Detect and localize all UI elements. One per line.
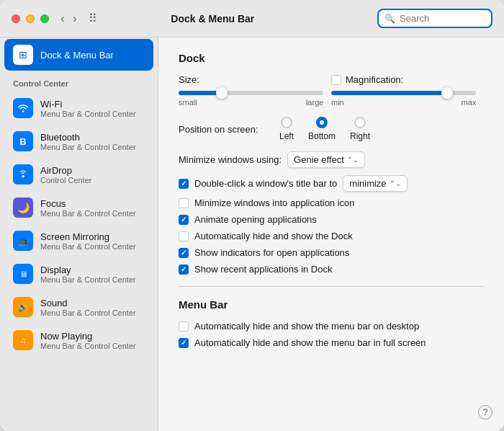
minimize-into-app-checkbox[interactable] [179, 198, 189, 208]
size-labels: small large [179, 98, 323, 107]
help-button[interactable]: ? [478, 405, 492, 419]
minimize-button[interactable] [26, 14, 35, 23]
airdrop-icon [13, 164, 33, 185]
wifi-icon [13, 98, 33, 118]
sidebar-item-focus-label: Focus [40, 198, 136, 209]
magnification-label: Magnification: [346, 74, 403, 85]
size-slider[interactable]: small large [179, 91, 323, 107]
auto-hide-desktop-checkbox[interactable] [179, 321, 189, 332]
sidebar-item-dock-menu-bar[interactable]: ⊞ Dock & Menu Bar [4, 39, 153, 71]
show-indicators-label: Show indicators for open applications [194, 247, 349, 258]
sidebar-item-bluetooth-subtitle: Menu Bar & Control Center [40, 143, 136, 151]
double-click-dropdown-value: minimize [349, 178, 386, 189]
sidebar-item-airdrop-subtitle: Control Center [40, 176, 92, 185]
main-content: Dock Size: small large [158, 37, 504, 431]
show-indicators-checkbox[interactable] [179, 248, 189, 258]
sidebar-item-sound-label: Sound [40, 298, 136, 308]
sidebar-item-airdrop[interactable]: AirDrop Control Center [4, 159, 153, 190]
position-bottom-radio[interactable] [316, 117, 328, 128]
auto-hide-fullscreen-checkbox[interactable] [179, 338, 189, 348]
sidebar-item-sound[interactable]: 🔊 Sound Menu Bar & Control Center [4, 291, 153, 323]
sidebar-item-now-playing-label: Now Playing [40, 331, 136, 342]
sidebar-item-airdrop-label: AirDrop [40, 165, 92, 176]
mag-section: Magnification: min max [331, 74, 484, 107]
sidebar-item-now-playing[interactable]: ♫ Now Playing Menu Bar & Control Center [4, 324, 153, 356]
position-radio-group: Left Bottom Right [279, 117, 370, 141]
dock-icon: ⊞ [13, 45, 33, 65]
sidebar-item-display-subtitle: Menu Bar & Control Center [40, 275, 136, 284]
size-magnification-row: Size: small large [179, 74, 484, 107]
search-box[interactable]: 🔍 [377, 9, 492, 28]
traffic-lights [12, 14, 49, 23]
magnification-checkbox[interactable] [331, 75, 341, 85]
menu-bar-section-title: Menu Bar [179, 298, 484, 311]
show-recent-label: Show recent applications in Dock [194, 264, 333, 275]
animate-opening-checkbox[interactable] [179, 215, 189, 225]
position-left[interactable]: Left [279, 117, 294, 141]
sidebar-item-label: Dock & Menu Bar [40, 50, 114, 61]
mag-labels: min max [331, 98, 476, 107]
window-title: Dock & Menu Bar [48, 13, 377, 25]
double-click-checkbox[interactable] [179, 179, 189, 189]
checkbox-auto-hide-desktop: Automatically hide and show the menu bar… [179, 321, 484, 332]
sidebar-item-now-playing-subtitle: Menu Bar & Control Center [40, 342, 136, 350]
size-small-label: small [179, 98, 197, 107]
double-click-row: Double-click a window's title bar to min… [179, 175, 484, 192]
size-section: Size: small large [179, 74, 331, 107]
sidebar-item-screen-mirroring[interactable]: 📺 Screen Mirroring Menu Bar & Control Ce… [4, 225, 153, 257]
minimize-dropdown-value: Genie effect [294, 154, 344, 165]
close-button[interactable] [12, 14, 20, 23]
minimize-into-app-label: Minimize windows into application icon [194, 197, 355, 208]
sidebar-item-wifi-label: Wi-Fi [40, 99, 136, 110]
sidebar-item-screen-mirroring-label: Screen Mirroring [40, 231, 136, 242]
now-playing-icon: ♫ [13, 330, 33, 350]
control-center-header: Control Center [0, 72, 158, 91]
size-label: Size: [179, 74, 331, 85]
minimize-using-label: Minimize windows using: [179, 154, 282, 165]
menu-bar-section: Menu Bar Automatically hide and show the… [179, 298, 484, 348]
position-bottom-label: Bottom [308, 131, 336, 141]
dropdown-arrow-icon: ⌃⌄ [347, 156, 359, 164]
minimize-using-row: Minimize windows using: Genie effect ⌃⌄ [179, 151, 484, 168]
mag-header: Magnification: [331, 74, 484, 85]
dock-section: Dock Size: small large [179, 52, 484, 275]
size-track [179, 91, 323, 95]
position-label: Position on screen: [179, 124, 265, 135]
display-icon: 🖥 [13, 264, 33, 284]
checkbox-show-indicators: Show indicators for open applications [179, 247, 484, 258]
mag-track [331, 91, 476, 95]
sidebar-item-focus[interactable]: 🌙 Focus Menu Bar & Control Center [4, 192, 153, 223]
mag-min-label: min [331, 98, 344, 107]
focus-icon: 🌙 [13, 197, 33, 218]
checkbox-minimize-into-app: Minimize windows into application icon [179, 197, 484, 208]
search-input[interactable] [400, 13, 486, 24]
auto-hide-desktop-label: Automatically hide and show the menu bar… [194, 321, 419, 332]
search-icon: 🔍 [384, 14, 395, 24]
mag-max-label: max [462, 98, 477, 107]
content: ⊞ Dock & Menu Bar Control Center Wi-Fi [0, 37, 504, 431]
sidebar-item-sound-subtitle: Menu Bar & Control Center [40, 308, 136, 317]
show-recent-checkbox[interactable] [179, 265, 189, 275]
size-thumb[interactable] [216, 87, 228, 99]
sidebar-item-display-label: Display [40, 265, 136, 275]
auto-hide-fullscreen-label: Automatically hide and show the menu bar… [194, 337, 426, 348]
sidebar-item-wifi-subtitle: Menu Bar & Control Center [40, 110, 136, 118]
sidebar-item-bluetooth-label: Bluetooth [40, 132, 136, 143]
sidebar: ⊞ Dock & Menu Bar Control Center Wi-Fi [0, 37, 158, 431]
position-right-radio[interactable] [354, 117, 366, 128]
position-right[interactable]: Right [350, 117, 370, 141]
position-left-radio[interactable] [281, 117, 292, 128]
position-bottom[interactable]: Bottom [308, 117, 336, 141]
double-click-label: Double-click a window's title bar to [194, 178, 337, 189]
minimize-dropdown[interactable]: Genie effect ⌃⌄ [287, 151, 365, 168]
sidebar-item-screen-mirroring-subtitle: Menu Bar & Control Center [40, 242, 136, 251]
auto-hide-checkbox[interactable] [179, 231, 189, 241]
sidebar-item-bluetooth[interactable]: B Bluetooth Menu Bar & Control Center [4, 125, 153, 157]
screen-mirroring-icon: 📺 [13, 231, 33, 251]
sidebar-item-wifi[interactable]: Wi-Fi Menu Bar & Control Center [4, 92, 153, 124]
sidebar-item-display[interactable]: 🖥 Display Menu Bar & Control Center [4, 258, 153, 290]
mag-thumb[interactable] [441, 87, 453, 99]
checkbox-animate-opening: Animate opening applications [179, 214, 484, 225]
mag-slider[interactable]: min max [331, 91, 476, 107]
double-click-dropdown[interactable]: minimize ⌃⌄ [343, 175, 407, 192]
